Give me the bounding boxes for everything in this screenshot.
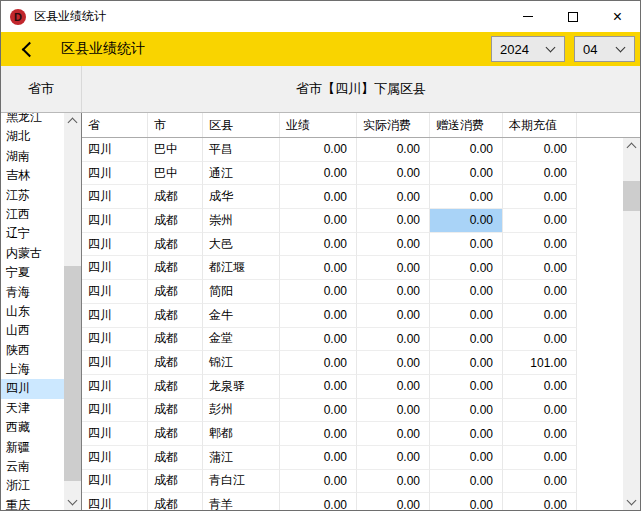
table-cell[interactable]: 成都 bbox=[148, 422, 203, 446]
table-cell[interactable]: 0.00 bbox=[503, 280, 577, 304]
table-cell[interactable]: 0.00 bbox=[280, 304, 357, 328]
table-cell[interactable]: 0.00 bbox=[503, 328, 577, 352]
table-cell[interactable]: 蒲江 bbox=[203, 446, 280, 470]
table-cell[interactable]: 彭州 bbox=[203, 399, 280, 423]
table-cell[interactable]: 崇州 bbox=[203, 209, 280, 233]
table-cell[interactable]: 金牛 bbox=[203, 304, 280, 328]
table-cell[interactable]: 0.00 bbox=[280, 422, 357, 446]
table-row[interactable]: 四川成都蒲江0.000.000.000.00 bbox=[82, 446, 623, 470]
table-row[interactable]: 四川成都青羊0.000.000.000.00 bbox=[82, 493, 623, 510]
table-cell[interactable]: 0.00 bbox=[503, 470, 577, 494]
column-header[interactable]: 省 bbox=[82, 113, 148, 137]
table-row[interactable]: 四川巴中平昌0.000.000.000.00 bbox=[82, 138, 623, 162]
table-cell[interactable]: 0.00 bbox=[430, 446, 503, 470]
table-cell[interactable]: 金堂 bbox=[203, 328, 280, 352]
table-cell[interactable]: 大邑 bbox=[203, 233, 280, 257]
table-cell[interactable]: 成都 bbox=[148, 328, 203, 352]
table-row[interactable]: 四川成都都江堰0.000.000.000.00 bbox=[82, 256, 623, 280]
table-cell[interactable]: 四川 bbox=[82, 209, 148, 233]
maximize-button[interactable] bbox=[550, 1, 595, 32]
table-cell[interactable]: 0.00 bbox=[357, 256, 430, 280]
table-cell[interactable]: 成华 bbox=[203, 185, 280, 209]
table-cell[interactable]: 四川 bbox=[82, 304, 148, 328]
table-row[interactable]: 四川成都金牛0.000.000.000.00 bbox=[82, 304, 623, 328]
table-cell[interactable]: 0.00 bbox=[280, 351, 357, 375]
table-cell[interactable]: 0.00 bbox=[430, 399, 503, 423]
table-cell[interactable]: 0.00 bbox=[357, 185, 430, 209]
table-cell[interactable]: 0.00 bbox=[357, 470, 430, 494]
table-cell[interactable]: 0.00 bbox=[430, 233, 503, 257]
sidebar-item[interactable]: 湖北 bbox=[1, 127, 64, 146]
table-cell[interactable]: 通江 bbox=[203, 162, 280, 186]
sidebar-item[interactable]: 内蒙古 bbox=[1, 244, 64, 263]
scroll-down-button[interactable] bbox=[64, 493, 81, 510]
table-row[interactable]: 四川成都郫都0.000.000.000.00 bbox=[82, 422, 623, 446]
scroll-up-button[interactable] bbox=[623, 138, 640, 155]
table-cell[interactable]: 四川 bbox=[82, 280, 148, 304]
table-cell[interactable]: 成都 bbox=[148, 280, 203, 304]
table-cell[interactable]: 0.00 bbox=[430, 304, 503, 328]
table-cell[interactable]: 成都 bbox=[148, 304, 203, 328]
back-button[interactable] bbox=[17, 39, 37, 59]
table-cell[interactable]: 四川 bbox=[82, 470, 148, 494]
sidebar-item[interactable]: 湖南 bbox=[1, 147, 64, 166]
table-cell[interactable]: 四川 bbox=[82, 233, 148, 257]
table-cell[interactable]: 0.00 bbox=[430, 351, 503, 375]
table-row[interactable]: 四川成都青白江0.000.000.000.00 bbox=[82, 470, 623, 494]
sidebar-item[interactable]: 四川 bbox=[1, 379, 64, 398]
table-cell[interactable]: 四川 bbox=[82, 351, 148, 375]
table-cell[interactable]: 0.00 bbox=[280, 399, 357, 423]
sidebar-item[interactable]: 浙江 bbox=[1, 476, 64, 495]
sidebar-scrollbar[interactable] bbox=[64, 113, 81, 510]
table-cell[interactable]: 0.00 bbox=[430, 328, 503, 352]
table-cell[interactable]: 0.00 bbox=[430, 162, 503, 186]
table-row[interactable]: 四川成都龙泉驿0.000.000.000.00 bbox=[82, 375, 623, 399]
sidebar-item[interactable]: 黑龙江 bbox=[1, 113, 64, 127]
table-cell[interactable]: 0.00 bbox=[357, 493, 430, 510]
table-cell[interactable]: 0.00 bbox=[430, 138, 503, 162]
table-cell[interactable]: 0.00 bbox=[430, 493, 503, 510]
table-cell[interactable]: 都江堰 bbox=[203, 256, 280, 280]
column-header[interactable]: 市 bbox=[148, 113, 203, 137]
table-cell[interactable]: 0.00 bbox=[430, 256, 503, 280]
table-cell[interactable]: 青羊 bbox=[203, 493, 280, 510]
table-cell[interactable]: 0.00 bbox=[357, 233, 430, 257]
sidebar-item[interactable]: 上海 bbox=[1, 360, 64, 379]
column-header[interactable]: 赠送消费 bbox=[430, 113, 503, 137]
table-cell[interactable]: 0.00 bbox=[280, 493, 357, 510]
table-cell[interactable]: 0.00 bbox=[357, 375, 430, 399]
table-cell[interactable]: 0.00 bbox=[503, 138, 577, 162]
scroll-up-button[interactable] bbox=[64, 113, 81, 130]
table-cell[interactable]: 0.00 bbox=[280, 328, 357, 352]
year-select[interactable]: 2024 bbox=[491, 36, 565, 62]
scroll-down-button[interactable] bbox=[623, 493, 640, 510]
table-cell[interactable]: 0.00 bbox=[503, 162, 577, 186]
table-row[interactable]: 四川成都成华0.000.000.000.00 bbox=[82, 185, 623, 209]
table-cell[interactable]: 0.00 bbox=[357, 162, 430, 186]
table-cell[interactable]: 简阳 bbox=[203, 280, 280, 304]
table-cell[interactable]: 0.00 bbox=[280, 233, 357, 257]
table-cell[interactable]: 0.00 bbox=[503, 446, 577, 470]
table-cell[interactable]: 0.00 bbox=[280, 185, 357, 209]
sidebar-item[interactable]: 重庆 bbox=[1, 496, 64, 510]
table-row[interactable]: 四川巴中通江0.000.000.000.00 bbox=[82, 162, 623, 186]
table-cell[interactable]: 0.00 bbox=[280, 209, 357, 233]
table-cell[interactable]: 0.00 bbox=[357, 351, 430, 375]
table-cell[interactable]: 0.00 bbox=[357, 422, 430, 446]
sidebar-item[interactable]: 山东 bbox=[1, 302, 64, 321]
table-cell[interactable]: 0.00 bbox=[503, 209, 577, 233]
sidebar-item[interactable]: 云南 bbox=[1, 457, 64, 476]
table-cell[interactable]: 0.00 bbox=[503, 304, 577, 328]
column-header[interactable]: 业绩 bbox=[280, 113, 357, 137]
table-cell[interactable]: 0.00 bbox=[357, 209, 430, 233]
table-cell[interactable]: 0.00 bbox=[503, 185, 577, 209]
table-cell[interactable]: 0.00 bbox=[280, 162, 357, 186]
table-cell[interactable]: 成都 bbox=[148, 493, 203, 510]
scrollbar-thumb[interactable] bbox=[623, 181, 640, 211]
sidebar-item[interactable]: 宁夏 bbox=[1, 263, 64, 282]
table-cell[interactable]: 巴中 bbox=[148, 162, 203, 186]
sidebar-item[interactable]: 新疆 bbox=[1, 438, 64, 457]
table-cell[interactable]: 0.00 bbox=[357, 446, 430, 470]
sidebar-item[interactable]: 江西 bbox=[1, 205, 64, 224]
table-cell[interactable]: 0.00 bbox=[503, 256, 577, 280]
